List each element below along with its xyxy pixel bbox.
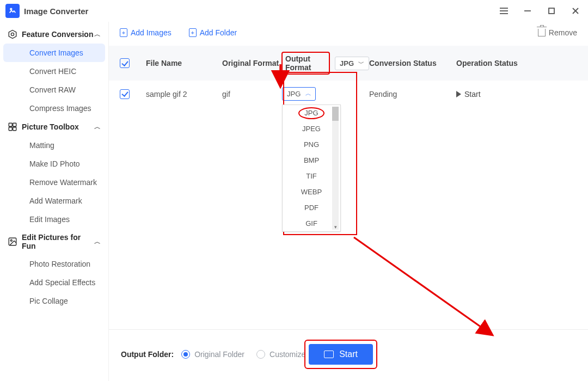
feature-conversion-icon xyxy=(8,29,17,39)
output-format-dropdown: JPG JPEG PNG BMP TIF WEBP PDF GIF ▾ xyxy=(282,105,341,232)
picture-toolbox-icon xyxy=(8,122,17,132)
dropdown-scrollbar[interactable]: ▾ xyxy=(332,107,339,230)
add-folder-button[interactable]: + Add Folder xyxy=(189,28,237,37)
sidebar-item-remove-watermark[interactable]: Remove Watermark xyxy=(3,173,105,192)
add-images-icon: + xyxy=(120,28,127,37)
cell-conversion-status: Pending xyxy=(369,90,456,99)
toolbar: + Add Images + Add Folder Remove xyxy=(109,22,588,46)
row-checkbox[interactable] xyxy=(120,89,130,99)
table-row: sample gif 2 gif JPG ﹀ JPG JPEG PNG BMP … xyxy=(109,81,588,107)
output-folder-radio-group: Original Folder Customize xyxy=(181,350,305,359)
sidebar-section-picture-toolbox[interactable]: Picture Toolbox ︿ xyxy=(0,118,108,136)
radio-customize-label: Customize xyxy=(270,350,305,359)
sidebar-item-edit-images[interactable]: Edit Images xyxy=(3,210,105,229)
sidebar-item-add-watermark[interactable]: Add Watermark xyxy=(3,192,105,210)
check-icon xyxy=(123,60,127,67)
svg-rect-9 xyxy=(9,127,12,131)
header-output-format-value: JPG xyxy=(340,59,354,67)
start-button-label: Start xyxy=(339,349,358,359)
header-output-format-select[interactable]: JPG ﹀ xyxy=(335,57,369,70)
add-folder-label: Add Folder xyxy=(200,28,237,37)
remove-button[interactable]: Remove xyxy=(538,28,577,37)
svg-rect-8 xyxy=(13,123,16,126)
row-start-button[interactable]: Start xyxy=(456,90,527,99)
row-output-format-select[interactable]: JPG ﹀ xyxy=(282,87,316,101)
add-folder-icon: + xyxy=(189,28,197,37)
play-icon xyxy=(456,91,461,97)
col-operation-status: Operation Status xyxy=(456,59,527,67)
annotation-start-highlight: Start xyxy=(305,341,376,368)
sidebar-item-convert-heic[interactable]: Convert HEIC xyxy=(3,62,105,81)
sidebar-item-matting[interactable]: Matting xyxy=(3,136,105,155)
scrollbar-thumb[interactable] xyxy=(332,107,339,121)
footer: Output Folder: Original Folder Customize… xyxy=(109,329,588,381)
output-folder-label: Output Folder: xyxy=(121,350,174,359)
edit-for-fun-icon xyxy=(8,237,17,247)
radio-original-folder[interactable]: Original Folder xyxy=(181,350,244,359)
sidebar-item-add-special-effects[interactable]: Add Special Effects xyxy=(3,273,105,292)
chevron-up-icon: ︿ xyxy=(94,122,101,132)
convert-icon xyxy=(324,351,334,358)
chevron-down-icon: ﹀ xyxy=(358,59,364,67)
check-icon xyxy=(123,90,127,97)
svg-rect-10 xyxy=(13,127,16,131)
svg-rect-7 xyxy=(9,123,12,126)
app-title: Image Converter xyxy=(24,7,88,16)
minimize-button[interactable] xyxy=(520,4,535,18)
col-file-name: File Name xyxy=(146,59,222,67)
hamburger-menu-button[interactable] xyxy=(497,4,511,18)
svg-point-0 xyxy=(10,8,12,10)
table-header: File Name Original Format Output Format … xyxy=(109,46,588,81)
sidebar-item-photo-restoration[interactable]: Photo Restoration xyxy=(3,255,105,273)
close-button[interactable] xyxy=(568,4,583,18)
sidebar-section-label: Picture Toolbox xyxy=(22,122,79,131)
cell-file-name: sample gif 2 xyxy=(146,90,222,99)
content-panel: + Add Images + Add Folder Remove File Na… xyxy=(109,22,588,381)
maximize-button[interactable] xyxy=(544,4,559,18)
scrollbar-down-arrow[interactable]: ▾ xyxy=(332,224,339,230)
svg-point-12 xyxy=(10,239,12,241)
radio-icon xyxy=(181,350,190,359)
start-button[interactable]: Start xyxy=(309,344,373,365)
add-images-label: Add Images xyxy=(131,28,171,37)
trash-icon xyxy=(538,29,546,36)
cell-original-format: gif xyxy=(222,90,282,99)
sidebar-section-label: Edit Pictures for Fun xyxy=(22,233,94,250)
sidebar-section-edit-for-fun[interactable]: Edit Pictures for Fun ︿ xyxy=(0,229,108,255)
titlebar: Image Converter xyxy=(0,0,588,22)
sidebar-item-compress-images[interactable]: Compress Images xyxy=(3,99,105,118)
col-output-format: Output Format xyxy=(282,52,329,74)
chevron-up-icon: ﹀ xyxy=(305,90,311,98)
radio-original-folder-label: Original Folder xyxy=(194,350,244,359)
chevron-up-icon: ︿ xyxy=(94,30,101,39)
sidebar-section-label: Feature Conversion xyxy=(22,30,93,39)
sidebar-item-convert-raw[interactable]: Convert RAW xyxy=(3,81,105,99)
col-original-format: Original Format xyxy=(222,59,282,67)
window-controls xyxy=(497,4,583,18)
radio-icon xyxy=(256,350,265,359)
sidebar-item-make-id-photo[interactable]: Make ID Photo xyxy=(3,155,105,173)
sidebar-item-pic-collage[interactable]: Pic Collage xyxy=(3,292,105,310)
sidebar: Feature Conversion ︿ Convert Images Conv… xyxy=(0,22,109,381)
remove-label: Remove xyxy=(549,28,577,37)
row-output-format-value: JPG xyxy=(287,90,301,98)
radio-customize[interactable]: Customize xyxy=(256,350,305,359)
sidebar-section-feature-conversion[interactable]: Feature Conversion ︿ xyxy=(0,25,108,44)
svg-rect-2 xyxy=(549,8,554,14)
col-conversion-status: Conversion Status xyxy=(369,59,456,67)
svg-point-6 xyxy=(11,33,14,35)
svg-marker-5 xyxy=(9,30,16,39)
select-all-checkbox[interactable] xyxy=(120,58,130,68)
row-start-label: Start xyxy=(464,90,481,99)
chevron-up-icon: ︿ xyxy=(94,237,101,247)
add-images-button[interactable]: + Add Images xyxy=(120,28,171,37)
sidebar-item-convert-images[interactable]: Convert Images xyxy=(3,44,105,62)
app-logo-icon xyxy=(5,4,20,18)
annotation-oval xyxy=(298,107,324,119)
